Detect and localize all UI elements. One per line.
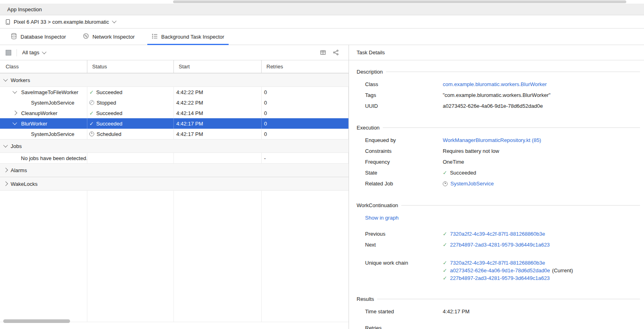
- horizontal-scrollbar-thumb[interactable]: [3, 319, 70, 323]
- retries-cell: 0: [262, 129, 349, 139]
- previous-uuid-link[interactable]: 7320a2f2-4c39-4c2f-87f1-881268860b3e: [450, 231, 545, 237]
- column-header-retries[interactable]: Retries: [262, 60, 349, 73]
- status-cell: Scheduled: [87, 129, 174, 139]
- succeeded-icon: [443, 260, 447, 265]
- chevron-down-icon: [3, 77, 8, 82]
- worker-row-blurworker-selected[interactable]: BlurWorker Succeeded 4:42:17 PM 0: [0, 118, 349, 129]
- tab-network-inspector[interactable]: Network Inspector: [74, 29, 143, 45]
- detail-row-uuid: UUID a0273452-626e-4a06-9d1e-78d6d52dad0…: [357, 101, 640, 111]
- worker-row-systemjobservice-2[interactable]: SystemJobService Scheduled 4:42:17 PM 0: [0, 129, 349, 139]
- detail-label: Previous: [365, 231, 443, 237]
- clock-icon: [443, 181, 448, 186]
- class-link[interactable]: com.example.bluromatic.workers.BlurWorke…: [443, 81, 547, 87]
- chain-uuid-link[interactable]: a0273452-626e-4a06-9d1e-78d6d52dad0e: [450, 267, 550, 273]
- detail-label: Retries: [365, 325, 443, 329]
- message-cell: No jobs have been detected.: [0, 153, 87, 163]
- panel-title: App Inspection: [7, 6, 42, 12]
- detail-label: Unique work chain: [365, 259, 443, 267]
- chevron-right-icon: [3, 182, 8, 186]
- start-cell: 4:42:22 PM: [174, 87, 262, 97]
- tags-filter-dropdown[interactable]: All tags: [22, 49, 45, 56]
- detail-row-tags: Tags "com.example.bluromatic.workers.Blu…: [357, 90, 640, 101]
- task-details-panel: Task Details Description Class com.examp…: [349, 45, 644, 329]
- constraints-value: Requires battery not low: [443, 148, 499, 154]
- group-row-workers[interactable]: Workers: [0, 73, 349, 87]
- current-marker: (Current): [552, 267, 573, 273]
- chevron-down-icon: [42, 49, 46, 54]
- detail-row-unique-work-chain: Unique work chain 7320a2f2-4c39-4c2f-87f…: [357, 259, 640, 282]
- retries-cell: 0: [262, 97, 349, 108]
- toolbar-divider: [17, 49, 17, 56]
- column-header-start[interactable]: Start: [174, 60, 262, 73]
- section-execution: Execution Enqueued by WorkManagerBluroma…: [357, 123, 640, 189]
- horizontal-scrollbar-thumb[interactable]: [173, 0, 626, 3]
- related-job-link[interactable]: SystemJobService: [450, 181, 494, 187]
- detail-row-time-started: Time started 4:42:17 PM: [357, 306, 640, 317]
- status-cell: Succeeded: [87, 108, 174, 118]
- section-title: Execution: [357, 125, 380, 131]
- table-toolbar: All tags: [0, 45, 349, 60]
- class-cell: CleanupWorker: [0, 108, 87, 118]
- enqueued-by-link[interactable]: WorkManagerBluromaticRepository.kt (85): [443, 137, 541, 143]
- stop-inspection-icon[interactable]: [6, 50, 11, 56]
- chevron-down-icon: [112, 19, 116, 23]
- retries-cell: 0: [262, 108, 349, 118]
- group-row-wakelocks[interactable]: WakeLocks: [0, 177, 349, 191]
- process-selector[interactable]: Pixel 6 API 33 > com.example.bluromatic: [14, 19, 109, 25]
- worker-row-systemjobservice-1[interactable]: SystemJobService Stopped 4:42:22 PM 0: [0, 97, 349, 108]
- task-details-content: Description Class com.example.bluromatic…: [349, 60, 644, 329]
- detail-label: Frequency: [365, 159, 443, 165]
- network-icon: [83, 33, 89, 40]
- start-cell: [174, 153, 262, 163]
- task-table-panel: All tags Class Status Start Retries: [0, 45, 349, 329]
- group-row-jobs[interactable]: Jobs: [0, 139, 349, 153]
- tab-label: Database Inspector: [21, 34, 66, 40]
- section-title: WorkContinuation: [357, 202, 398, 208]
- graph-view-icon[interactable]: [333, 49, 339, 56]
- detail-label: Enqueued by: [365, 137, 443, 143]
- detail-label: Class: [365, 81, 443, 87]
- section-title: Results: [357, 296, 374, 302]
- chain-uuid-link[interactable]: 227b4897-2ad3-4281-9579-3d6449c1a623: [450, 275, 550, 281]
- succeeded-icon: [89, 90, 94, 95]
- group-row-alarms[interactable]: Alarms: [0, 163, 349, 177]
- task-list-icon: [152, 33, 158, 40]
- column-header-status[interactable]: Status: [87, 60, 174, 73]
- worker-row-cleanupworker[interactable]: CleanupWorker Succeeded 4:42:14 PM 0: [0, 108, 349, 118]
- start-cell: 4:42:17 PM: [174, 118, 262, 129]
- start-cell: 4:42:22 PM: [174, 97, 262, 108]
- jobs-empty-row: No jobs have been detected. -: [0, 153, 349, 163]
- chain-item: 7320a2f2-4c39-4c2f-87f1-881268860b3e: [443, 259, 573, 267]
- status-cell: Succeeded: [87, 118, 174, 129]
- table-view-icon[interactable]: [320, 49, 326, 56]
- column-header-class[interactable]: Class: [0, 60, 87, 73]
- chevron-right-icon: [3, 168, 8, 173]
- succeeded-icon: [443, 268, 447, 273]
- view-toggle-group: [320, 49, 339, 56]
- app-inspection-header: App Inspection: [0, 4, 644, 15]
- task-details-header: Task Details: [349, 45, 644, 60]
- main-content: All tags Class Status Start Retries: [0, 45, 644, 329]
- section-workcontinuation: WorkContinuation Show in graph Previous …: [357, 201, 640, 282]
- next-uuid-link[interactable]: 227b4897-2ad3-4281-9579-3d6449c1a623: [450, 242, 550, 248]
- device-icon: [5, 19, 11, 25]
- worker-row-saveimagetofileworker[interactable]: SaveImageToFileWorker Succeeded 4:42:22 …: [0, 87, 349, 97]
- class-cell: SaveImageToFileWorker: [0, 87, 87, 97]
- chevron-right-icon: [12, 111, 17, 115]
- retries-cell: 0: [262, 87, 349, 97]
- tab-background-task-inspector[interactable]: Background Task Inspector: [143, 29, 233, 45]
- tab-label: Network Inspector: [93, 34, 135, 40]
- group-label: Workers: [11, 77, 30, 83]
- start-cell: 4:42:14 PM: [174, 108, 262, 118]
- succeeded-icon: [89, 121, 94, 126]
- section-title: Description: [357, 69, 383, 75]
- tab-label: Background Task Inspector: [161, 34, 225, 40]
- show-in-graph-link[interactable]: Show in graph: [365, 215, 398, 221]
- tab-database-inspector[interactable]: Database Inspector: [2, 29, 74, 45]
- detail-label: UUID: [365, 103, 443, 109]
- chain-uuid-link[interactable]: 7320a2f2-4c39-4c2f-87f1-881268860b3e: [450, 260, 545, 266]
- inspector-tabs: Database Inspector Network Inspector Bac…: [0, 29, 644, 45]
- time-started-value: 4:42:17 PM: [443, 308, 470, 315]
- chevron-down-icon: [12, 121, 17, 125]
- frequency-value: OneTime: [443, 159, 464, 165]
